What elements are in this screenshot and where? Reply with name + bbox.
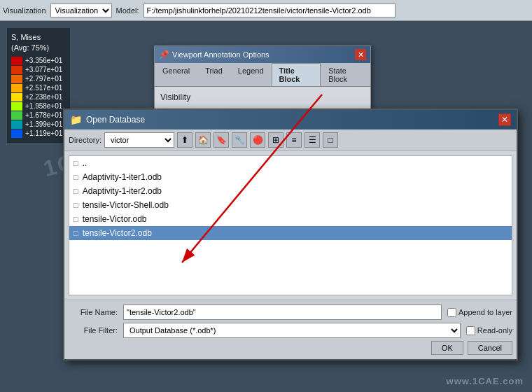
legend-swatch — [11, 84, 22, 92]
legend-colors: +3.356e+01 +3.077e+01 +2.797e+01 +2.517e… — [11, 57, 66, 139]
legend-row: +2.797e+01 — [11, 75, 66, 83]
list-view-button[interactable]: ≡ — [286, 132, 302, 148]
pin-icon: 📌 — [159, 50, 169, 59]
file-name: Adaptivity-1-iter2.odb — [83, 186, 162, 196]
tab-general[interactable]: General — [155, 63, 197, 86]
visualization-dropdown[interactable]: Visualization — [50, 4, 112, 18]
vao-close-button[interactable]: ✕ — [355, 49, 366, 60]
legend-value: +1.119e+01 — [25, 130, 62, 137]
odb-toolbar: Directory: victor ⬆ 🏠 🔖 🔧 🔴 ⊞ ≡ ☰ □ — [64, 130, 517, 151]
filefilter-row: File Filter: Output Database (*.odb*) Re… — [69, 323, 512, 338]
nav-up-button[interactable]: ⬆ — [177, 132, 192, 148]
file-name: tensile-Victor2.odb — [83, 228, 152, 238]
vao-titlebar: 📌 Viewport Annotation Options ✕ — [155, 46, 370, 63]
file-name: .. — [83, 158, 88, 168]
bottom-brand: www.1CAE.com — [447, 376, 524, 386]
model-label: Model: — [116, 6, 139, 15]
model-path-input[interactable] — [144, 4, 396, 18]
odb-close-button[interactable]: ✕ — [498, 113, 511, 126]
legend-value: +2.797e+01 — [25, 75, 62, 83]
visualization-label: Visualization — [3, 6, 46, 15]
legend-swatch — [11, 66, 22, 74]
legend-value: +1.958e+01 — [25, 102, 62, 110]
file-item-victor[interactable]: □ tensile-Victor.odb — [69, 212, 512, 226]
legend-swatch — [11, 57, 22, 65]
file-name: tensile-Victor.odb — [83, 214, 147, 224]
legend-row: +1.958e+01 — [11, 102, 66, 111]
file-name: tensile-Victor-Shell.odb — [83, 200, 169, 210]
append-checkbox-label: Append to layer — [447, 308, 512, 317]
filefilter-dropdown[interactable]: Output Database (*.odb*) — [123, 323, 461, 338]
top-toolbar: Visualization Visualization Model: — [0, 0, 532, 21]
odb-titlebar: 📁 Open Database ✕ — [64, 110, 517, 130]
legend-value: +3.356e+01 — [25, 57, 62, 64]
grid-view-button[interactable]: ⊞ — [268, 132, 284, 148]
odb-title-label: Open Database — [86, 115, 145, 125]
odb-buttons-row: OK Cancel — [69, 341, 512, 355]
odb-title-left: 📁 Open Database — [70, 114, 145, 125]
legend-swatch — [11, 130, 22, 138]
visibility-label: Visibility — [160, 92, 190, 102]
legend-row: +2.517e+01 — [11, 84, 66, 92]
file-icon: □ — [74, 215, 78, 223]
file-icon: □ — [74, 229, 78, 237]
legend-value: +1.399e+01 — [25, 120, 62, 128]
tab-state-block[interactable]: State Block — [321, 63, 370, 86]
file-item-adaptivity2[interactable]: □ Adaptivity-1-iter2.odb — [69, 184, 512, 198]
file-item-adaptivity1[interactable]: □ Adaptivity-1-iter1.odb — [69, 170, 512, 184]
file-icon: □ — [74, 159, 78, 167]
home-button[interactable]: 🏠 — [195, 132, 211, 148]
refresh-button[interactable]: 🔴 — [250, 132, 265, 148]
legend-row: +1.119e+01 — [11, 130, 66, 138]
legend-row: +3.077e+01 — [11, 66, 66, 74]
details-view-button[interactable]: ☰ — [304, 132, 320, 148]
ok-button[interactable]: OK — [431, 341, 463, 355]
tab-title-block[interactable]: Title Block — [272, 63, 321, 86]
legend-row: +1.678e+01 — [11, 111, 66, 120]
vao-tabs: General Triad Legend Title Block State B… — [155, 63, 370, 87]
filename-label: File Name: — [69, 308, 118, 316]
legend-row: +2.238e+01 — [11, 93, 66, 102]
filename-input[interactable] — [123, 304, 442, 320]
append-checkbox[interactable] — [447, 308, 456, 317]
odb-file-list[interactable]: □ .. □ Adaptivity-1-iter1.odb □ Adaptivi… — [69, 155, 512, 295]
directory-dropdown[interactable]: victor — [104, 132, 174, 148]
legend-swatch — [11, 93, 22, 102]
tools-button[interactable]: 🔧 — [232, 132, 247, 148]
vao-title-text: 📌 Viewport Annotation Options — [159, 50, 270, 59]
legend-swatch — [11, 75, 22, 83]
tab-triad[interactable]: Triad — [197, 63, 230, 86]
legend-row: +3.356e+01 — [11, 57, 66, 65]
legend-swatch — [11, 111, 22, 120]
directory-label: Directory: — [69, 136, 102, 144]
filefilter-label: File Filter: — [69, 326, 118, 335]
file-item-shell[interactable]: □ tensile-Victor-Shell.odb — [69, 198, 512, 212]
file-name: Adaptivity-1-iter1.odb — [83, 172, 162, 182]
file-icon: □ — [74, 201, 78, 209]
legend-value: +2.517e+01 — [25, 84, 62, 92]
cancel-button[interactable]: Cancel — [468, 341, 512, 355]
readonly-checkbox[interactable] — [466, 326, 475, 335]
file-icon: □ — [74, 187, 78, 195]
tab-legend[interactable]: Legend — [230, 63, 272, 86]
odb-bottom: File Name: Append to layer File Filter: … — [64, 300, 517, 359]
legend-value: +1.678e+01 — [25, 111, 62, 119]
odb-dialog: 📁 Open Database ✕ Directory: victor ⬆ 🏠 … — [63, 108, 518, 360]
readonly-checkbox-label: Read-only — [466, 326, 512, 335]
file-item-victor2[interactable]: □ tensile-Victor2.odb — [69, 226, 512, 240]
bookmark-button[interactable]: 🔖 — [214, 132, 229, 148]
legend-swatch — [11, 102, 22, 111]
filename-row: File Name: Append to layer — [69, 304, 512, 320]
legend-title: S, Mises (Avg: 75%) — [11, 32, 66, 54]
legend-row: +1.399e+01 — [11, 120, 66, 129]
legend-swatch — [11, 120, 22, 129]
legend-panel: S, Mises (Avg: 75%) +3.356e+01 +3.077e+0… — [7, 28, 70, 143]
file-icon: □ — [74, 173, 78, 181]
vao-title-label: Viewport Annotation Options — [172, 50, 270, 59]
folder-icon: 📁 — [70, 114, 82, 125]
new-folder-button[interactable]: □ — [323, 132, 338, 148]
legend-value: +3.077e+01 — [25, 66, 62, 74]
legend-value: +2.238e+01 — [25, 93, 62, 101]
file-item-parent[interactable]: □ .. — [69, 156, 512, 170]
